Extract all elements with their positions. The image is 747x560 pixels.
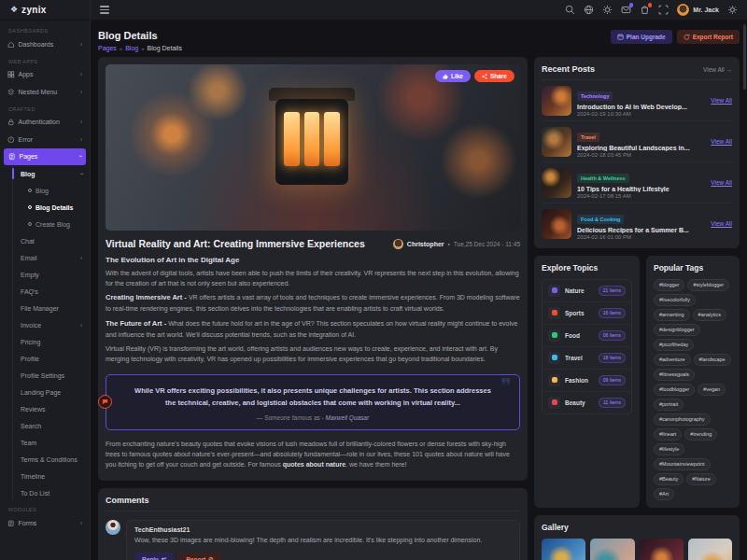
recent-post-row[interactable]: Travel Exploring Beautiful Landscapes in… (542, 121, 732, 162)
sidebar-item-invoice[interactable]: Invoice › (13, 316, 90, 333)
category-badge: Travel (577, 133, 599, 142)
sidebar-item-pages[interactable]: Pages › (4, 148, 86, 166)
topic-sports[interactable]: Sports 16 Items (543, 302, 631, 325)
user-menu[interactable]: Mr. Jack (677, 4, 719, 16)
sidebar-item-pricing[interactable]: Pricing (13, 333, 90, 350)
topic-beauty[interactable]: Beauty 11 Items (543, 392, 631, 413)
sidebar-item-blog-parent[interactable]: Blog › (13, 165, 90, 182)
tag[interactable]: #canonphotography (654, 413, 711, 426)
sidebar-item-create-blog[interactable]: Create Blog (13, 216, 90, 232)
recent-post-row[interactable]: Technology Introduction to AI in Web Dev… (542, 80, 732, 121)
reply-button[interactable]: Reply ↩ (134, 553, 174, 560)
sidebar-item-label: Authentication (19, 119, 60, 125)
sidebar-item-todo[interactable]: To Do List (13, 484, 90, 501)
topic-food[interactable]: Food 06 Items (543, 325, 631, 347)
sidebar-item-authentication[interactable]: Authentication › (0, 114, 90, 132)
sidebar-item-blog-details[interactable]: Blog Details (13, 199, 90, 216)
theme-icon[interactable] (602, 5, 613, 15)
tag[interactable]: #fitnessgoals (654, 369, 695, 381)
topic-count: 11 Items (599, 398, 626, 408)
tag[interactable]: #vegan (698, 384, 726, 396)
sidebar-item-forms[interactable]: Forms › (0, 514, 90, 532)
sidebar-item-label: Create Blog (35, 221, 70, 228)
brand-logo[interactable]: ❖ zynix (0, 0, 91, 20)
mail-icon[interactable] (621, 5, 631, 15)
logo-icon: ❖ (10, 6, 18, 14)
recent-post-row[interactable]: Food & Cooking Delicious Recipes for a S… (542, 203, 732, 241)
sidebar-item-landing-page[interactable]: Landing Page (13, 384, 90, 400)
share-button[interactable]: Share (474, 70, 514, 82)
sidebar-item-email[interactable]: Email › (13, 249, 90, 266)
sidebar-item-apps[interactable]: Apps › (0, 66, 90, 84)
tag[interactable]: #Beauty (654, 473, 684, 485)
post-view-all-link[interactable]: View All (711, 97, 732, 104)
tag[interactable]: #landscape (694, 354, 731, 366)
sidebar-item-terms[interactable]: Terms & Conditions (13, 451, 90, 468)
sidebar-toggle-icon[interactable] (100, 6, 109, 14)
recent-post-row[interactable]: Health & Wellness 10 Tips for a Healthy … (542, 162, 732, 203)
gallery-image[interactable] (542, 539, 585, 560)
tag[interactable]: #portrait (654, 399, 684, 411)
export-report-button[interactable]: Export Report (677, 30, 740, 44)
sidebar-item-team[interactable]: Team (13, 434, 90, 451)
sidebar-item-dashboards[interactable]: Dashboards › (0, 35, 90, 53)
sidebar-item-error[interactable]: Error › (0, 131, 90, 148)
plan-upgrade-button[interactable]: Plan Upgrade (611, 30, 672, 44)
gear-icon[interactable] (727, 5, 738, 15)
post-view-all-link[interactable]: View All (711, 138, 732, 145)
topic-travel[interactable]: Travel 18 Items (543, 347, 631, 370)
tag[interactable]: #Mountainviewpoint (654, 458, 711, 470)
tag[interactable]: #Art (654, 488, 674, 500)
blog-hero-image[interactable]: Like Share (106, 64, 520, 231)
sidebar-item-timeline[interactable]: Timeline (13, 468, 90, 484)
sidebar-item-blog[interactable]: Blog (13, 182, 90, 199)
like-button[interactable]: Like (435, 70, 471, 82)
tag[interactable]: #trending (684, 428, 717, 441)
report-button[interactable]: Report ⊘ (178, 553, 220, 560)
sidebar-item-reviews[interactable]: Reviews (13, 400, 90, 417)
tag[interactable]: #picoftheday (654, 339, 694, 351)
post-view-all-link[interactable]: View All (711, 220, 732, 227)
sidebar-item-profile-settings[interactable]: Profile Settings (13, 367, 90, 384)
tag[interactable]: #lifestyle (654, 443, 684, 455)
explore-topics-heading: Explore Topics (542, 263, 632, 273)
tag[interactable]: #blogger (654, 279, 684, 291)
gallery-image[interactable] (688, 539, 732, 560)
scrollbar[interactable] (743, 24, 746, 90)
sidebar-item-chat[interactable]: Chat (13, 232, 90, 249)
sidebar-item-label: Blog Details (35, 204, 73, 211)
sidebar-item-label: Pricing (21, 339, 40, 345)
author-info[interactable]: Christopher • Tue,25 Dec 2024 - 11:45 (393, 239, 520, 249)
sidebar-item-empty[interactable]: Empty (13, 266, 90, 283)
fullscreen-icon[interactable] (658, 5, 669, 15)
tag[interactable]: #foodblogger (654, 384, 695, 396)
cart-icon[interactable] (640, 5, 650, 15)
gallery-image[interactable] (590, 539, 634, 560)
tag[interactable]: #livecolorfully (654, 294, 696, 306)
gallery-image[interactable] (640, 539, 684, 560)
sidebar-item-label: Search (21, 423, 41, 429)
breadcrumb-blog[interactable]: Blog (125, 45, 138, 51)
post-view-all-link[interactable]: View All (711, 179, 732, 186)
side-column: Recent Posts View All → Technology Intro… (534, 57, 740, 560)
tag[interactable]: #designblogger (654, 324, 700, 336)
tag[interactable]: #analytics (693, 309, 726, 321)
sidebar-item-faqs[interactable]: FAQ's (13, 283, 90, 300)
breadcrumb-pages[interactable]: Pages (98, 45, 117, 51)
tag[interactable]: #amwriting (654, 309, 690, 321)
tag[interactable]: #Nature (686, 473, 716, 485)
sidebar-item-file-manager[interactable]: File Manager (13, 300, 90, 316)
recent-posts-view-all[interactable]: View All → (703, 66, 732, 73)
tag[interactable]: #fineart (654, 428, 682, 441)
tag[interactable]: #adventure (654, 354, 691, 366)
sidebar-item-nested-menu[interactable]: Nested Menu › (0, 83, 90, 101)
topic-nature[interactable]: Nature 21 Items (543, 280, 631, 302)
tag[interactable]: #styleblogger (687, 279, 729, 291)
sidebar-item-label: Landing Page (21, 389, 61, 396)
search-icon[interactable] (565, 5, 575, 15)
translate-icon[interactable] (584, 5, 594, 15)
topic-fashion[interactable]: Fashion 09 Items (543, 370, 631, 392)
sidebar-item-profile[interactable]: Profile (13, 350, 90, 367)
author-avatar (393, 239, 403, 249)
sidebar-item-search[interactable]: Search (13, 417, 90, 434)
